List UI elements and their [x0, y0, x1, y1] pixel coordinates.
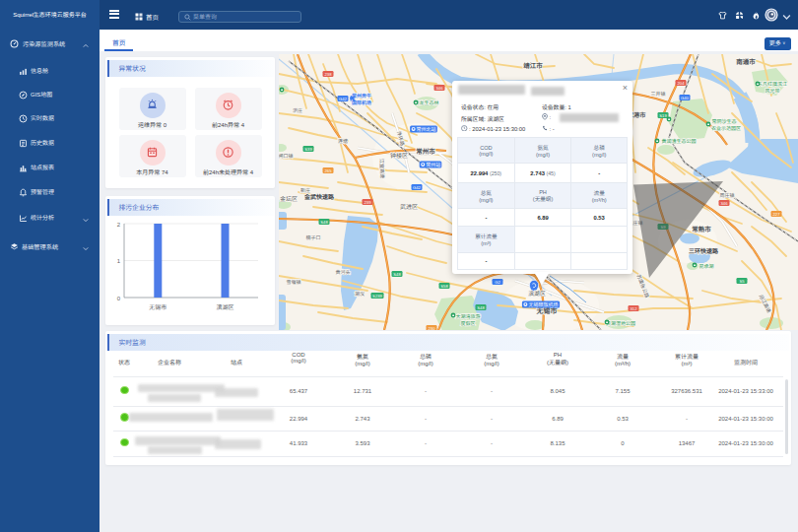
svg-text:大湖湾旅游: 大湖湾旅游 — [455, 313, 480, 319]
svg-text:常阴沙生态: 常阴沙生态 — [711, 118, 736, 124]
svg-text:贵湖湿地公园: 贵湖湿地公园 — [606, 320, 635, 326]
svg-text:S39: S39 — [304, 147, 312, 152]
svg-text:S48: S48 — [393, 272, 401, 277]
svg-text:滨湖区: 滨湖区 — [216, 303, 233, 310]
svg-text:239: 239 — [365, 200, 372, 205]
svg-text:金坛区: 金坛区 — [280, 195, 298, 202]
svg-text:三环快速路: 三环快速路 — [689, 247, 719, 254]
svg-text:204: 204 — [678, 81, 686, 86]
svg-text:S58: S58 — [440, 284, 448, 289]
svg-text:无锡市: 无锡市 — [149, 303, 166, 310]
svg-text:武进区: 武进区 — [400, 204, 418, 210]
svg-text:346: 346 — [721, 201, 729, 206]
svg-text:雪堰镇: 雪堰镇 — [286, 279, 300, 285]
svg-text:常州市: 常州市 — [416, 148, 435, 155]
svg-text:新庄: 新庄 — [300, 187, 310, 193]
svg-text:230: 230 — [429, 326, 436, 330]
svg-text:常州北站: 常州北站 — [417, 126, 436, 132]
svg-text:G2: G2 — [495, 280, 500, 285]
svg-text:常熟市: 常熟市 — [692, 226, 711, 233]
svg-text:S5: S5 — [739, 279, 745, 284]
svg-text:滨湖区: 滨湖区 — [528, 291, 546, 297]
svg-text:江宜高速: 江宜高速 — [379, 159, 386, 178]
svg-text:无锡硕放机场: 无锡硕放机场 — [528, 301, 558, 307]
svg-text:S239: S239 — [372, 294, 382, 299]
svg-text:1: 1 — [117, 258, 121, 264]
svg-text:0: 0 — [117, 296, 121, 301]
svg-text:南通市: 南通市 — [736, 58, 756, 65]
svg-text:238: 238 — [325, 72, 333, 77]
svg-text:227: 227 — [773, 212, 781, 217]
svg-text:钟楼区: 钟楼区 — [390, 152, 408, 159]
svg-text:周庄镇: 周庄镇 — [719, 192, 734, 198]
svg-text:S48: S48 — [477, 305, 485, 310]
svg-text:度假区: 度假区 — [460, 320, 475, 326]
svg-text:昆承湖: 昆承湖 — [698, 263, 713, 269]
svg-text:农业示范园区: 农业示范园区 — [711, 125, 741, 131]
svg-text:G42: G42 — [413, 185, 422, 190]
svg-text:风光带: 风光带 — [765, 88, 779, 94]
svg-text:楠子口: 楠子口 — [305, 234, 320, 240]
svg-text:闸口镇: 闸口镇 — [279, 153, 294, 159]
svg-text:靖江市: 靖江市 — [523, 62, 543, 69]
svg-text:265: 265 — [325, 168, 333, 173]
svg-text:312: 312 — [631, 306, 638, 311]
svg-text:S19: S19 — [659, 113, 667, 118]
svg-text:洪庄: 洪庄 — [293, 107, 302, 113]
svg-text:346: 346 — [436, 86, 444, 91]
svg-text:S48: S48 — [320, 220, 328, 225]
svg-text:东凡红旗滨江: 东凡红旗滨江 — [758, 81, 787, 87]
svg-text:连塘: 连塘 — [338, 138, 348, 144]
svg-text:G40: G40 — [681, 96, 690, 100]
svg-text:G42: G42 — [339, 97, 348, 101]
svg-text:湖㳇: 湖㳇 — [355, 291, 365, 297]
svg-text:2: 2 — [117, 222, 121, 228]
svg-text:金武快速路: 金武快速路 — [303, 193, 335, 200]
svg-text:黄润漕生态公园: 黄润漕生态公园 — [661, 138, 696, 144]
svg-text:黄河头: 黄河头 — [335, 269, 350, 275]
svg-text:常州站: 常州站 — [426, 162, 440, 167]
svg-text:三井镇: 三井镇 — [650, 91, 665, 97]
